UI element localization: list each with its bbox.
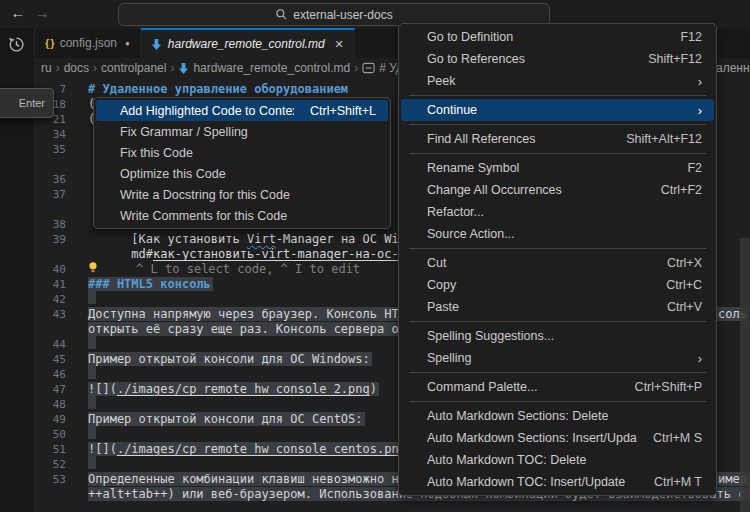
enter-key-label: Enter xyxy=(19,97,45,109)
line-number: 49 xyxy=(35,412,66,427)
menu-item-auto-markdown-toc-insert-update[interactable]: Auto Markdown TOC: Insert/UpdateCtrl+M T xyxy=(401,471,714,493)
line-text: Пример открытой консоли для ОС CentOS: xyxy=(88,412,365,427)
line-number: 42 xyxy=(35,292,66,307)
menu-item-auto-markdown-toc-delete[interactable]: Auto Markdown TOC: Delete xyxy=(401,449,714,471)
menu-item-shortcut: Ctrl+M S xyxy=(653,431,702,445)
menu-item-shortcut: Ctrl+V xyxy=(667,300,702,314)
menu-item-go-to-definition[interactable]: Go to DefinitionF12 xyxy=(401,26,714,48)
lightbulb-icon[interactable] xyxy=(88,261,98,278)
selected-text: Пример открытой консоли для ОС CentOS: xyxy=(88,412,365,426)
breadcrumb-item-controlpanel[interactable]: controlpanel xyxy=(101,61,166,75)
menu-item-label: Go to References xyxy=(427,52,632,66)
menu-item-label: Continue xyxy=(427,103,682,117)
menu-separator xyxy=(409,95,706,96)
selection-chip xyxy=(88,336,96,349)
menu-item-label: Source Action... xyxy=(427,227,702,241)
symbol-icon xyxy=(362,62,375,74)
menu-item-refactor[interactable]: Refactor... xyxy=(401,201,714,223)
menu-item-rename-symbol[interactable]: Rename SymbolF2 xyxy=(401,157,714,179)
selection-chip xyxy=(88,291,96,304)
menu-item-spelling[interactable]: Spelling› xyxy=(401,347,714,369)
selected-text: Пример открытой консоли для ОС Windows: xyxy=(88,352,372,366)
menu-item-change-all-occurrences[interactable]: Change All OccurrencesCtrl+F2 xyxy=(401,179,714,201)
breadcrumb-item-hardware-remote-control-md[interactable]: hardware_remote_control.md xyxy=(178,61,350,75)
submenu-arrow-icon: › xyxy=(698,103,702,118)
menu-item-paste[interactable]: PasteCtrl+V xyxy=(401,296,714,318)
line-text: открыть её сразу еще раз. Консоль сервер… xyxy=(88,322,444,337)
breadcrumb-label: hardware_remote_control.md xyxy=(193,61,350,75)
menu-item-source-action[interactable]: Source Action... xyxy=(401,223,714,245)
line-number: 38 xyxy=(35,217,66,232)
braces-icon: { } xyxy=(45,37,54,49)
markdown-icon xyxy=(151,38,162,51)
menu-item-find-all-references[interactable]: Find All ReferencesShift+Alt+F12 xyxy=(401,128,714,150)
menu-item-label: Find All References xyxy=(427,132,610,146)
menu-item-cut[interactable]: CutCtrl+X xyxy=(401,252,714,274)
menu-item-command-palette[interactable]: Command Palette...Ctrl+Shift+P xyxy=(401,376,714,398)
breadcrumb-chevron-icon: › xyxy=(170,61,174,75)
back-icon[interactable]: ← xyxy=(8,4,28,21)
menu-item-label: Write a Docstring for this Code xyxy=(120,188,376,202)
selected-text: Определенные комбинации клавиш невозможн… xyxy=(88,472,437,486)
line-text xyxy=(88,426,96,443)
line-text xyxy=(88,456,96,473)
tab-label: hardware_remote_control.md xyxy=(168,37,325,51)
tab-config-json[interactable]: { }config.json● xyxy=(35,28,141,58)
menu-item-label: Command Palette... xyxy=(427,380,619,394)
breadcrumb-item-ru[interactable]: ru xyxy=(41,61,52,75)
line-text xyxy=(88,396,96,413)
line-number: 44 xyxy=(35,337,66,352)
selected-text: ![](./images/cp_remote_hw_console_centos… xyxy=(88,442,415,456)
line-text xyxy=(88,291,96,308)
menu-item-continue[interactable]: Continue› xyxy=(401,99,714,121)
menu-item-shortcut: Ctrl+M T xyxy=(654,475,702,489)
line-number: 40 xyxy=(35,262,66,277)
line-text: Определенные комбинации клавиш невозможн… xyxy=(88,472,437,487)
menu-item-shortcut: Shift+F12 xyxy=(648,52,702,66)
editor-scrollbar[interactable] xyxy=(740,238,750,512)
menu-item-label: Copy xyxy=(427,278,650,292)
menu-item-shortcut: Ctrl+X xyxy=(667,256,702,270)
menu-item-fix-grammar-spelling[interactable]: Fix Grammar / Spelling xyxy=(96,121,388,142)
line-text: ![](./images/cp_remote_hw_console_centos… xyxy=(88,442,415,457)
selection-chip xyxy=(88,426,96,439)
breadcrumb-item-docs[interactable]: docs xyxy=(64,61,89,75)
line-number: 45 xyxy=(35,352,66,367)
menu-separator xyxy=(409,372,706,373)
line-text: ^ L to select code, ^ I to edit xyxy=(88,261,360,278)
line-number: 37 xyxy=(35,187,66,202)
history-icon[interactable] xyxy=(8,36,25,57)
line-number: 39 xyxy=(35,232,66,247)
menu-item-label: Auto Markdown Sections: Insert/Update xyxy=(427,431,637,445)
line-number: 46 xyxy=(35,367,66,382)
menu-item-write-comments-for-this-code[interactable]: Write Comments for this Code xyxy=(96,205,388,226)
continue-submenu: Add Highlighted Code to ContextCtrl+Shif… xyxy=(93,97,391,229)
selected-text: Доступна напрямую через браузер. Консоль… xyxy=(88,307,444,321)
menu-separator xyxy=(409,248,706,249)
menu-item-shortcut: Ctrl+F2 xyxy=(661,183,702,197)
menu-item-label: Fix this Code xyxy=(120,146,376,160)
menu-item-write-a-docstring-for-this-code[interactable]: Write a Docstring for this Code xyxy=(96,184,388,205)
menu-item-fix-this-code[interactable]: Fix this Code xyxy=(96,142,388,163)
menu-item-auto-markdown-sections-insert-update[interactable]: Auto Markdown Sections: Insert/UpdateCtr… xyxy=(401,427,714,449)
line-number: 43 xyxy=(35,307,66,322)
submenu-arrow-icon: › xyxy=(698,351,702,366)
line-text xyxy=(88,366,96,383)
menu-item-label: Peek xyxy=(427,74,682,88)
menu-item-label: Rename Symbol xyxy=(427,161,671,175)
menu-item-auto-markdown-sections-delete[interactable]: Auto Markdown Sections: Delete xyxy=(401,405,714,427)
menu-item-optimize-this-code[interactable]: Optimize this Code xyxy=(96,163,388,184)
line-number: 47 xyxy=(35,382,66,397)
submenu-arrow-icon: › xyxy=(698,74,702,89)
menu-item-peek[interactable]: Peek› xyxy=(401,70,714,92)
breadcrumb-chevron-icon: › xyxy=(93,61,97,75)
line-number: 36 xyxy=(35,172,66,187)
menu-item-spelling-suggestions[interactable]: Spelling Suggestions... xyxy=(401,325,714,347)
menu-item-add-highlighted-code-to-context[interactable]: Add Highlighted Code to ContextCtrl+Shif… xyxy=(96,100,388,121)
tab-hardware-remote-control-md[interactable]: hardware_remote_control.md✕ xyxy=(141,28,355,58)
menu-item-label: Cut xyxy=(427,256,651,270)
close-icon[interactable]: ✕ xyxy=(335,38,344,51)
forward-icon[interactable]: → xyxy=(32,4,52,21)
menu-item-go-to-references[interactable]: Go to ReferencesShift+F12 xyxy=(401,48,714,70)
menu-item-copy[interactable]: CopyCtrl+C xyxy=(401,274,714,296)
